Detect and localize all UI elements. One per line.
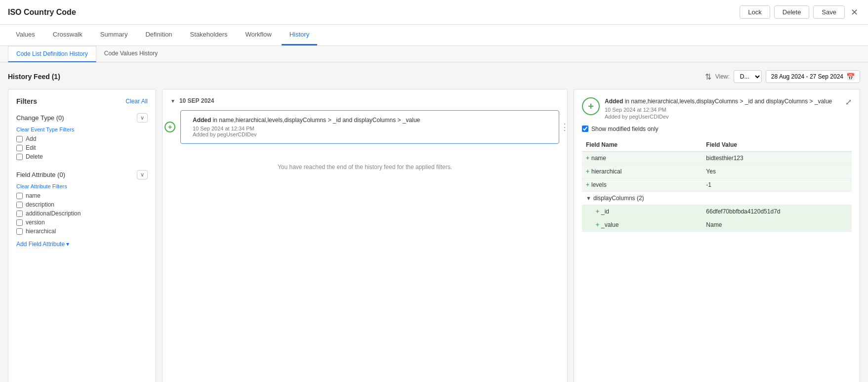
history-feed-controls: ⇅ View: D... 28 Aug 2024 - 27 Sep 2024 📅 — [705, 70, 860, 83]
date-group-chevron: ▼ — [170, 98, 175, 104]
sub-tab-definition-history[interactable]: Code List Definition History — [8, 46, 96, 62]
field-added-icon: + — [586, 181, 589, 188]
tab-stakeholders[interactable]: Stakeholders — [182, 25, 236, 45]
table-row: ▼ displayColumns (2) — [582, 191, 852, 205]
filter-delete-label: Delete — [26, 153, 43, 160]
tab-definition[interactable]: Definition — [137, 25, 180, 45]
sort-icon[interactable]: ⇅ — [705, 72, 711, 82]
field-attribute-section: Field Attribute (0) ∨ Clear Attribute Fi… — [16, 170, 148, 248]
content-area: History Feed (1) ⇅ View: D... 28 Aug 202… — [0, 62, 868, 382]
feed-item-add-icon: + — [165, 122, 175, 132]
save-button[interactable]: Save — [813, 5, 845, 19]
filter-additional-description-checkbox[interactable] — [16, 211, 23, 217]
filter-edit-label: Edit — [26, 144, 36, 151]
feed-item-wrapper: + Added in name,hierarchical,levels,disp… — [170, 110, 559, 144]
three-column-layout: Filters Clear All Change Type (0) ∨ Clea… — [8, 89, 860, 382]
field-name-cell: + _id — [582, 205, 702, 218]
feed-item-desc-text: in name,hierarchical,levels,displayColum… — [213, 117, 420, 124]
date-group-label: 10 SEP 2024 — [179, 97, 214, 104]
field-name-cell: + name — [582, 151, 702, 165]
field-name-cell: ▼ displayColumns (2) — [582, 191, 702, 205]
filter-name-label: name — [26, 192, 41, 199]
field-attribute-title: Field Attribute (0) — [16, 171, 65, 178]
sub-tab-values-history[interactable]: Code Values History — [96, 46, 166, 62]
filters-title: Filters — [16, 97, 37, 105]
field-value-cell: bidtesthier123 — [702, 151, 852, 165]
filter-version-label: version — [26, 219, 45, 226]
field-added-icon: + — [596, 208, 599, 215]
change-type-title: Change Type (0) — [16, 114, 64, 122]
filter-edit-checkbox[interactable] — [16, 145, 23, 151]
field-value-header: Field Value — [702, 138, 852, 152]
filter-hierarchical-checkbox[interactable] — [16, 228, 23, 235]
detail-header-left: + Added in name,hierarchical,levels,disp… — [582, 97, 832, 120]
field-attribute-header: Field Attribute (0) ∨ — [16, 170, 148, 179]
close-button[interactable]: ✕ — [849, 5, 860, 20]
field-value-cell: -1 — [702, 178, 852, 191]
table-row: + _value Name — [582, 218, 852, 231]
filter-delete-checkbox[interactable] — [16, 154, 23, 160]
filter-name-checkbox[interactable] — [16, 193, 23, 199]
filter-name-item: name — [16, 192, 148, 199]
tab-values[interactable]: Values — [8, 25, 43, 45]
field-name-header: Field Name — [582, 138, 702, 152]
detail-action: Added — [605, 98, 623, 105]
filter-add-checkbox[interactable] — [16, 136, 23, 142]
feed-item[interactable]: Added in name,hierarchical,levels,displa… — [180, 110, 559, 144]
filter-description-label: description — [26, 201, 54, 208]
tab-workflow[interactable]: Workflow — [237, 25, 279, 45]
filter-edit-item: Edit — [16, 144, 148, 151]
feed-panel: ▼ 10 SEP 2024 + Added in name,hierarchic… — [162, 89, 568, 382]
detail-description: Added in name,hierarchical,levels,displa… — [605, 97, 832, 106]
date-group-header[interactable]: ▼ 10 SEP 2024 — [170, 97, 559, 104]
filter-description-checkbox[interactable] — [16, 202, 23, 208]
field-value-cell: Name — [702, 218, 852, 231]
detail-add-icon: + — [582, 97, 600, 115]
field-name-text: displayColumns (2) — [593, 195, 644, 202]
tab-history[interactable]: History — [282, 25, 317, 45]
calendar-icon: 📅 — [846, 73, 855, 81]
sub-tabs: Code List Definition History Code Values… — [0, 46, 868, 62]
page-title: ISO Country Code — [8, 8, 76, 17]
clear-attribute-filters[interactable]: Clear Attribute Filters — [16, 183, 67, 189]
delete-button[interactable]: Delete — [774, 5, 810, 19]
fields-table: Field Name Field Value + name bidtest — [582, 138, 852, 232]
lock-button[interactable]: Lock — [740, 5, 770, 19]
filter-add-label: Add — [26, 135, 36, 142]
tabs-bar: Values Crosswalk Summary Definition Stak… — [0, 25, 868, 46]
clear-event-type-filters[interactable]: Clear Event Type Filters — [16, 127, 74, 132]
field-expand-icon[interactable]: ▼ — [586, 195, 591, 201]
show-modified-label: Show modified fields only — [591, 126, 658, 132]
view-select[interactable]: D... — [734, 70, 762, 83]
field-attribute-toggle[interactable]: ∨ — [137, 170, 148, 179]
table-row: + hierarchical Yes — [582, 165, 852, 178]
field-name-cell: + levels — [582, 178, 702, 191]
field-name-text: _value — [601, 221, 619, 228]
field-name-cell: + hierarchical — [582, 165, 702, 178]
date-range-button[interactable]: 28 Aug 2024 - 27 Sep 2024 📅 — [766, 70, 860, 83]
field-name-text: _id — [601, 208, 609, 215]
filter-hierarchical-item: hierarchical — [16, 228, 148, 235]
field-name-text: levels — [591, 181, 607, 188]
show-modified-row: Show modified fields only — [582, 126, 852, 132]
expand-button[interactable]: ⤢ — [845, 97, 852, 107]
field-name-text: hierarchical — [591, 168, 621, 175]
tab-summary[interactable]: Summary — [92, 25, 136, 45]
add-field-attribute-button[interactable]: Add Field Attribute ▾ — [16, 241, 69, 248]
feed-item-added-by: Added by pegUserCDIDev — [193, 131, 553, 137]
filter-add-item: Add — [16, 135, 148, 142]
clear-all-button[interactable]: Clear All — [125, 98, 148, 105]
show-modified-checkbox[interactable] — [582, 126, 588, 132]
table-row: + _id 66dfef70bbfbda4120d51d7d — [582, 205, 852, 218]
tab-crosswalk[interactable]: Crosswalk — [45, 25, 90, 45]
filter-version-checkbox[interactable] — [16, 219, 23, 226]
filter-delete-item: Delete — [16, 153, 148, 160]
field-value-cell — [702, 191, 852, 205]
detail-header: + Added in name,hierarchical,levels,disp… — [582, 97, 852, 120]
detail-description-block: Added in name,hierarchical,levels,displa… — [605, 97, 832, 120]
feed-item-more-menu[interactable]: ⋮ — [560, 122, 568, 132]
change-type-toggle[interactable]: ∨ — [137, 113, 148, 123]
filter-description-item: description — [16, 201, 148, 208]
header: ISO Country Code Lock Delete Save ✕ — [0, 0, 868, 25]
field-value-cell: Yes — [702, 165, 852, 178]
